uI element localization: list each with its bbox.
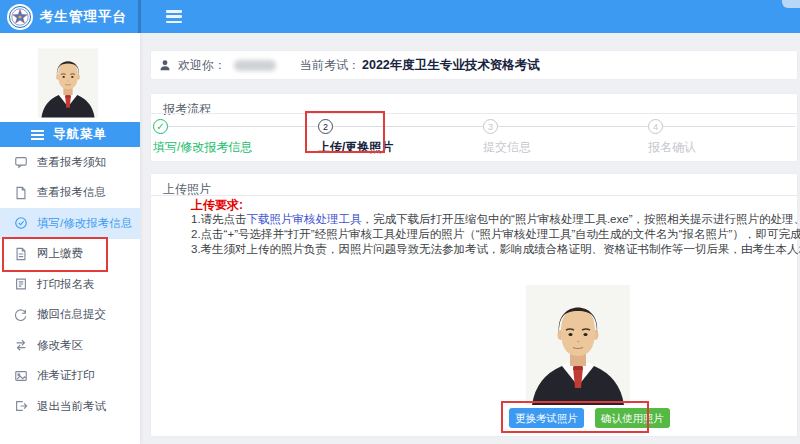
document-icon <box>14 247 28 261</box>
sidebar-menu: 查看报考须知 查看报考信息 填写/修改报考信息 网上缴费 打印报名表 撤回信息提… <box>0 147 140 422</box>
app-title: 考生管理平台 <box>40 8 127 26</box>
step-3-number: 3 <box>483 119 498 134</box>
photo-actions: 更换考试照片 确认使用照片 <box>509 408 670 428</box>
check-circle-icon <box>14 216 28 230</box>
menu-toggle-icon[interactable] <box>166 10 182 23</box>
redacted-username <box>234 60 276 71</box>
sidebar-item-withdraw-submission[interactable]: 撤回信息提交 <box>0 300 140 331</box>
candidate-photo-sidebar <box>38 47 98 119</box>
step-1-check-icon: ✓ <box>153 119 168 134</box>
image-icon <box>14 369 28 383</box>
print-form-icon <box>14 277 28 291</box>
sidebar-item-exit-current-exam[interactable]: 退出当前考试 <box>0 391 140 422</box>
exit-icon <box>14 399 28 413</box>
requirement-2: 2.点击“+”号选择并“打开”经照片审核工具处理后的照片（“照片审核处理工具”自… <box>191 227 787 242</box>
confirm-photo-button[interactable]: 确认使用照片 <box>595 408 670 428</box>
sidebar-item-print-admission-ticket[interactable]: 准考证打印 <box>0 361 140 392</box>
top-header: 考生管理平台 <box>0 0 800 33</box>
welcome-card: 欢迎你： 当前考试： 2022年度卫生专业技术资格考试 <box>150 50 798 80</box>
header-seam <box>138 0 141 33</box>
sidebar-item-change-exam-area[interactable]: 修改考区 <box>0 330 140 361</box>
step-4-number: 4 <box>648 119 663 134</box>
sidebar-item-online-payment[interactable]: 网上缴费 <box>0 239 140 270</box>
step-2-number: 2 <box>318 119 333 134</box>
nav-menu-title: 导航菜单 <box>53 126 107 143</box>
undo-icon <box>14 308 28 322</box>
nav-menu-header: 导航菜单 <box>0 122 140 147</box>
chat-icon <box>14 155 28 169</box>
sidebar-item-view-info[interactable]: 查看报考信息 <box>0 178 140 209</box>
requirement-3: 3.考生须对上传的照片负责，因照片问题导致无法参加考试，影响成绩合格证明、资格证… <box>191 242 787 257</box>
corner-artifact <box>782 0 800 8</box>
sidebar-item-print-form[interactable]: 打印报名表 <box>0 269 140 300</box>
swap-arrows-icon <box>14 338 28 352</box>
process-card: 报考流程 ✓ 填写/修改报考信息 2 上传/更换照片 3 提交信息 4 报名确认 <box>150 93 798 162</box>
current-exam-name: 2022年度卫生专业技术资格考试 <box>362 57 540 74</box>
candidate-photo-preview <box>526 284 630 406</box>
steps-connector-line <box>159 126 795 127</box>
download-tool-link[interactable]: 下载照片审核处理工具 <box>247 213 362 225</box>
welcome-greeting: 欢迎你： <box>178 57 226 74</box>
divider <box>151 195 797 196</box>
current-exam-label: 当前考试： <box>300 57 360 74</box>
divider <box>151 113 797 114</box>
document-icon <box>14 186 28 200</box>
nav-menu-icon <box>31 130 44 140</box>
requirement-1: 1.请先点击下载照片审核处理工具，完成下载后打开压缩包中的“照片审核处理工具.e… <box>191 212 787 227</box>
user-icon <box>159 59 171 71</box>
sidebar-item-fill-modify-info[interactable]: 填写/修改报考信息 <box>0 208 140 239</box>
app-logo-icon <box>7 4 33 30</box>
brand: 考生管理平台 <box>0 0 140 33</box>
change-photo-button[interactable]: 更换考试照片 <box>509 408 584 428</box>
process-card-title: 报考流程 <box>163 101 211 118</box>
sidebar: 导航菜单 查看报考须知 查看报考信息 填写/修改报考信息 网上缴费 打印报名表 … <box>0 33 140 444</box>
sidebar-item-view-notice[interactable]: 查看报考须知 <box>0 147 140 178</box>
upload-photo-card: 上传照片 上传要求: 1.请先点击下载照片审核处理工具，完成下载后打开压缩包中的… <box>150 173 798 437</box>
